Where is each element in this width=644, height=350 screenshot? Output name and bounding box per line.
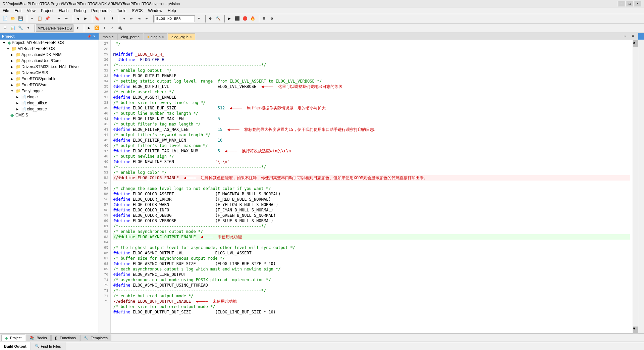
menu-view[interactable]: View: [24, 7, 38, 14]
minimize-button[interactable]: –: [618, 1, 625, 6]
menu-edit[interactable]: Edit: [12, 7, 24, 14]
tab-elog-cfg-h-close-icon[interactable]: ×: [190, 35, 192, 39]
maximize-button[interactable]: □: [626, 1, 633, 6]
bookmark-prev-button[interactable]: ⬆: [101, 15, 108, 22]
tab-elog-h[interactable]: ● elog.h ×: [144, 33, 167, 40]
tree-drivers-stm32[interactable]: ▶ 📁 Drivers/STM32L4xx_HAL_Driver: [0, 64, 99, 70]
tab-templates-icon: 🔧: [84, 336, 89, 340]
scroll-down-button[interactable]: ▼: [633, 327, 638, 333]
output-tab-find[interactable]: 🔍 Find In Files: [31, 342, 65, 350]
tree-freertos-src[interactable]: ▶ 📁 FreeRTOS/src: [0, 82, 99, 88]
mybear-icon: 📁: [11, 46, 17, 51]
tab-project[interactable]: ◆ Project: [1, 335, 25, 341]
redo-button[interactable]: ↪: [63, 15, 70, 22]
tree-elog-c[interactable]: ▶ 📄 elog.c: [0, 94, 99, 100]
unindent-button[interactable]: ⇤: [128, 15, 135, 22]
tree-root[interactable]: ▼ ◆ Project: MYBearPiFreeRTOS: [0, 40, 99, 46]
menu-project[interactable]: Project: [38, 7, 56, 14]
tree-app-user-label: Application/User/Core: [21, 58, 61, 63]
tb2-btn6[interactable]: 🔀: [93, 24, 100, 32]
root-expand-icon: ▼: [1, 40, 7, 45]
paste-button[interactable]: 📌: [44, 15, 51, 22]
find-icon: 🔍: [35, 344, 40, 348]
indent2-button[interactable]: ⇥: [136, 15, 143, 22]
tree-easylogger[interactable]: ▼ 📁 EasyLogger: [0, 88, 99, 94]
tab-elog-port-c-label: elog_port.c: [121, 35, 139, 39]
new-file-button[interactable]: 📄: [1, 15, 9, 22]
window-controls[interactable]: – □ ×: [618, 1, 641, 6]
tree-mybear-label: MYBearPiFreeRTOS: [17, 46, 55, 51]
cut-button[interactable]: ✂: [28, 15, 36, 22]
tree-elog-port-c[interactable]: ▶ 📄 elog_port.c: [0, 106, 99, 112]
output-tab-build[interactable]: Build Output: [0, 342, 31, 350]
bookmark-next-button[interactable]: ⬇: [109, 15, 116, 22]
tab-functions[interactable]: {} Functions: [51, 335, 79, 341]
close-button[interactable]: ×: [634, 1, 641, 6]
tab-elog-h-close-icon[interactable]: ×: [162, 35, 164, 39]
build-btn1[interactable]: ⚙: [207, 15, 214, 22]
tab-books[interactable]: 📚 Books: [26, 335, 51, 341]
run-button[interactable]: ▶: [226, 15, 233, 22]
save-button[interactable]: 💾: [17, 15, 24, 22]
menu-file[interactable]: File: [0, 7, 12, 14]
tree-app-mdk[interactable]: ▶ 📁 Application/MDK-ARM: [0, 52, 99, 58]
tree-drivers-cmsis[interactable]: ▶ 📁 Drivers/CMSIS: [0, 70, 99, 76]
tab-elog-port-c[interactable]: elog_port.c: [117, 33, 143, 40]
code-content[interactable]: */ □#ifndef _ELOG_CFG_H_ #define _ELOG_C…: [111, 40, 633, 333]
stop-button[interactable]: ⬛: [233, 15, 241, 22]
editor-scrollbar[interactable]: ▲ ▼: [633, 40, 638, 333]
tb2-btn5[interactable]: ▶: [85, 24, 93, 32]
panel-close-button[interactable]: ×: [92, 34, 97, 39]
tree-root-label: Project: MYBearPiFreeRTOS: [12, 40, 64, 45]
copy-button[interactable]: 📋: [36, 15, 43, 22]
tree-cmsis[interactable]: ◆ CMSIS: [0, 112, 99, 118]
project-target-btn[interactable]: MYBearPiFreeRTOS: [36, 24, 73, 32]
toolbar-2: ⊞ 📊 🔧 ▾ MYBearPiFreeRTOS ▾ ▶ 🔀 ↕ ↗ 🔌: [0, 23, 644, 33]
editor-expand-button[interactable]: ↔: [621, 33, 629, 40]
tree-app-user[interactable]: ▶ 📁 Application/User/Core: [0, 58, 99, 64]
open-button[interactable]: 📂: [9, 15, 16, 22]
tab-templates[interactable]: 🔧 Templates: [80, 335, 111, 341]
indent-button[interactable]: ⇥: [120, 15, 127, 22]
tab-main-c[interactable]: main.c: [99, 33, 117, 40]
editor-close-button[interactable]: ×: [629, 33, 637, 40]
tree-drivers-cmsis-label: Drivers/CMSIS: [21, 70, 48, 75]
elog-port-icon: 📄: [21, 106, 26, 112]
tree-elog-utils-c[interactable]: ▶ 📄 elog_utils.c: [0, 100, 99, 106]
window-btn[interactable]: ⊞: [260, 15, 268, 22]
menu-peripherals[interactable]: Peripherals: [89, 7, 114, 14]
menu-tools[interactable]: Tools: [114, 7, 129, 14]
bookmark-button[interactable]: 🔖: [93, 15, 101, 22]
dropdown-arrow[interactable]: ▾: [195, 15, 203, 22]
title-text: D:\Project\BearPi FreeRTOS Project\MYBea…: [3, 2, 180, 6]
tb2-btn4[interactable]: ▾: [24, 24, 32, 32]
tb2-btn9[interactable]: 🔌: [116, 24, 123, 32]
panel-pin-button[interactable]: 📌: [87, 34, 91, 39]
output-tabs: Build Output 🔍 Find In Files: [0, 342, 65, 350]
tree-freertos-portable[interactable]: ▶ 📁 FreeRTOS/portable: [0, 76, 99, 82]
flame-button[interactable]: 🔥: [249, 15, 256, 22]
scroll-up-button[interactable]: ▲: [633, 40, 638, 47]
tb2-btn1[interactable]: ⊞: [1, 24, 9, 32]
menu-help[interactable]: Help: [165, 7, 179, 14]
unindent2-button[interactable]: ⇤: [143, 15, 151, 22]
menu-flash[interactable]: Flash: [56, 7, 71, 14]
menu-window[interactable]: Window: [145, 7, 165, 14]
tb2-btn8[interactable]: ↗: [108, 24, 116, 32]
debug-button[interactable]: 🔴: [241, 15, 249, 22]
settings-button[interactable]: ⚙: [268, 15, 275, 22]
nav-fwd-button[interactable]: ▶: [82, 15, 89, 22]
menu-svcs[interactable]: SVCS: [129, 7, 146, 14]
tb2-arrow[interactable]: ▾: [74, 24, 81, 32]
tb2-btn2[interactable]: 📊: [9, 24, 16, 32]
undo-button[interactable]: ↩: [55, 15, 62, 22]
tab-elog-cfg-h[interactable]: elog_cfg.h ×: [168, 33, 195, 40]
nav-back-button[interactable]: ◀: [74, 15, 82, 22]
tb2-btn7[interactable]: ↕: [101, 24, 108, 32]
editor-area: main.c elog_port.c ● elog.h × elog_cfg.h…: [99, 33, 638, 333]
tb2-btn3[interactable]: 🔧: [17, 24, 24, 32]
build-btn2[interactable]: 🔨: [214, 15, 222, 22]
target-dropdown[interactable]: ELOG_NO_ERR: [155, 15, 195, 22]
menu-debug[interactable]: Debug: [71, 7, 89, 14]
tree-mybear[interactable]: ▼ 📁 MYBearPiFreeRTOS: [0, 46, 99, 52]
